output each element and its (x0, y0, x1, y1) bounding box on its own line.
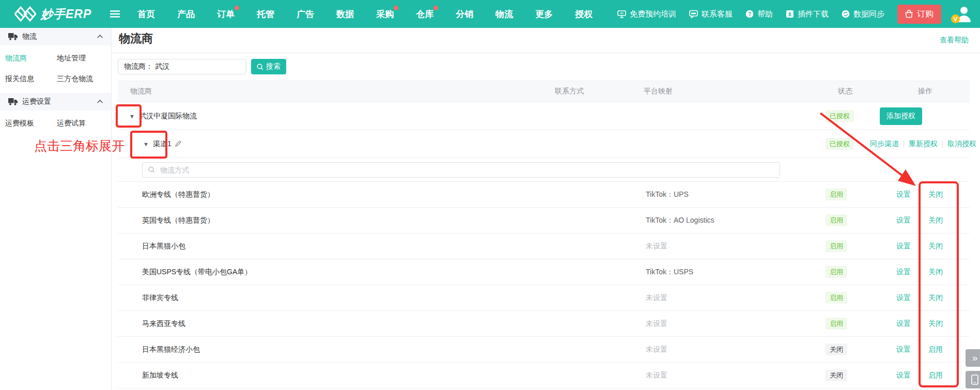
nav-menu: 首页 产品 订单 托管 广告 数据 采购 仓库 分销 物流 更多 授权 (137, 8, 593, 20)
settings-link[interactable]: 设置 (896, 345, 911, 354)
nav-item-orders[interactable]: 订单 (217, 8, 235, 20)
sidebar-section-logistics[interactable]: 物流 (0, 28, 111, 45)
nav-item-hosting[interactable]: 托管 (257, 8, 274, 20)
status-badge: 关闭 (826, 345, 847, 354)
sidebar-item-freight-calculator[interactable]: 运费试算 (57, 119, 111, 128)
nav-item-auth[interactable]: 授权 (575, 8, 593, 20)
nav-item-warehouse[interactable]: 仓库 (416, 8, 433, 20)
status-badge: 启用 (826, 268, 847, 277)
truck-icon (8, 98, 18, 105)
nav-item-logistics[interactable]: 物流 (495, 8, 513, 20)
util-training[interactable]: 免费预约培训 (617, 9, 676, 19)
cancel-auth-link[interactable]: 取消授权 (947, 139, 976, 149)
provider-name-cell: ▼ 武汉中凝国际物流 (129, 112, 197, 121)
support-icon (689, 10, 698, 18)
util-help[interactable]: ? 帮助 (745, 9, 773, 19)
menu-toggle-icon[interactable] (110, 10, 120, 18)
settings-link[interactable]: 设置 (896, 190, 911, 199)
order-button[interactable]: 订购 (897, 5, 941, 24)
settings-link[interactable]: 设置 (896, 216, 911, 225)
toggle-link[interactable]: 启用 (928, 371, 943, 380)
platform-mapping: 未设置 (646, 242, 667, 251)
sidebar: 物流 物流商 地址管理 报关信息 三方仓物流 运费设置 运费模板 运费试算 (0, 28, 112, 390)
settings-link[interactable]: 设置 (896, 242, 911, 251)
search-button[interactable]: 搜索 (251, 59, 286, 74)
mobile-app-button[interactable] (966, 371, 980, 388)
nav-item-ads[interactable]: 广告 (297, 8, 314, 20)
nav-item-purchase[interactable]: 采购 (376, 8, 394, 20)
channel-name-cell: ▼ 渠道1 (143, 139, 181, 149)
method-name: 菲律宾专线 (142, 293, 178, 303)
platform-mapping: 未设置 (646, 371, 667, 380)
view-help-link[interactable]: 查看帮助 (940, 36, 969, 45)
toggle-link[interactable]: 关闭 (928, 319, 943, 329)
toggle-link[interactable]: 启用 (928, 345, 943, 354)
channel-auth-status: 已授权 (826, 139, 854, 149)
phone-icon (971, 375, 978, 385)
settings-link[interactable]: 设置 (896, 319, 911, 329)
table-header-row: 物流商 联系方式 平台映射 状态 操作 (118, 81, 970, 102)
nav-item-more[interactable]: 更多 (535, 8, 553, 20)
nav-item-data[interactable]: 数据 (336, 8, 354, 20)
toggle-link[interactable]: 关闭 (928, 216, 943, 225)
platform-mapping: TikTok：AO Logistics (646, 216, 714, 225)
method-name: 日本黑猫小包 (142, 242, 185, 251)
header-contact: 联系方式 (555, 87, 584, 96)
settings-link[interactable]: 设置 (896, 371, 911, 380)
table-row: 新加坡专线 未设置 关闭 设置 启用 (118, 363, 970, 388)
header-provider: 物流商 (130, 87, 152, 96)
status-badge: 启用 (826, 190, 847, 199)
nav-item-home[interactable]: 首页 (137, 8, 155, 20)
logo-icon (14, 6, 36, 22)
method-name: 马来西亚专线 (142, 319, 185, 329)
util-plugin[interactable]: 插件下载 (786, 9, 829, 19)
header-actions: 操作 (918, 87, 932, 96)
expand-triangle-icon[interactable]: ▼ (143, 141, 149, 147)
status-badge: 关闭 (826, 371, 847, 380)
toggle-link[interactable]: 关闭 (928, 190, 943, 199)
method-name: 新加坡专线 (142, 371, 178, 380)
provider-search-input[interactable] (118, 59, 246, 74)
header-status: 状态 (838, 87, 852, 96)
sidebar-section-freight[interactable]: 运费设置 (0, 93, 111, 111)
settings-link[interactable]: 设置 (896, 268, 911, 277)
sidebar-item-customs-info[interactable]: 报关信息 (5, 74, 57, 84)
reauthorize-link[interactable]: 重新授权 (909, 139, 938, 149)
sidebar-item-logistics-provider[interactable]: 物流商 (5, 54, 57, 63)
expand-triangle-icon[interactable]: ▼ (129, 113, 135, 119)
table-row: 日本黑猫小包 未设置 启用 设置 关闭 (118, 233, 970, 259)
table-row: 日本黑猫经济小包 未设置 关闭 设置 启用 (118, 337, 970, 363)
provider-table: 物流商 联系方式 平台映射 状态 操作 ▼ 武汉中凝国际物流 已授权 添加授权 … (118, 81, 970, 388)
toggle-link[interactable]: 关闭 (928, 293, 943, 303)
sidebar-item-third-party-warehouse[interactable]: 三方仓物流 (57, 74, 111, 84)
provider-auth-status: 已授权 (826, 112, 854, 121)
channel-actions: 同步渠道 重新授权 取消授权 (870, 139, 976, 149)
toggle-link[interactable]: 关闭 (928, 242, 943, 251)
toggle-link[interactable]: 关闭 (928, 268, 943, 277)
settings-link[interactable]: 设置 (896, 293, 911, 303)
util-sync[interactable]: 数据同步 (842, 9, 884, 19)
util-support[interactable]: 联系客服 (689, 9, 733, 19)
nav-item-products[interactable]: 产品 (177, 8, 195, 20)
method-search-input[interactable] (142, 162, 780, 178)
avatar[interactable]: V (954, 6, 973, 22)
truck-icon (8, 33, 18, 40)
nav-item-distribution[interactable]: 分销 (456, 8, 473, 20)
divider (942, 141, 943, 148)
header-platform-mapping: 平台映射 (644, 87, 673, 96)
sidebar-item-address-management[interactable]: 地址管理 (57, 54, 111, 63)
platform-mapping: 未设置 (646, 345, 667, 354)
help-icon: ? (745, 10, 754, 18)
sync-channel-link[interactable]: 同步渠道 (870, 139, 899, 149)
sidebar-item-freight-template[interactable]: 运费模板 (5, 119, 57, 128)
double-chevron-right-icon: » (972, 352, 978, 364)
brand-logo[interactable]: 妙手ERP (14, 6, 91, 22)
method-name: 英国专线（特惠普货） (142, 216, 214, 225)
status-badge: 启用 (826, 216, 847, 225)
platform-mapping: 未设置 (646, 319, 667, 329)
method-name: 日本黑猫经济小包 (142, 345, 200, 354)
edit-pencil-icon[interactable] (175, 141, 181, 147)
add-auth-button[interactable]: 添加授权 (880, 107, 922, 125)
chevron-up-icon (97, 100, 103, 105)
collapse-panel-button[interactable]: » (966, 349, 980, 367)
